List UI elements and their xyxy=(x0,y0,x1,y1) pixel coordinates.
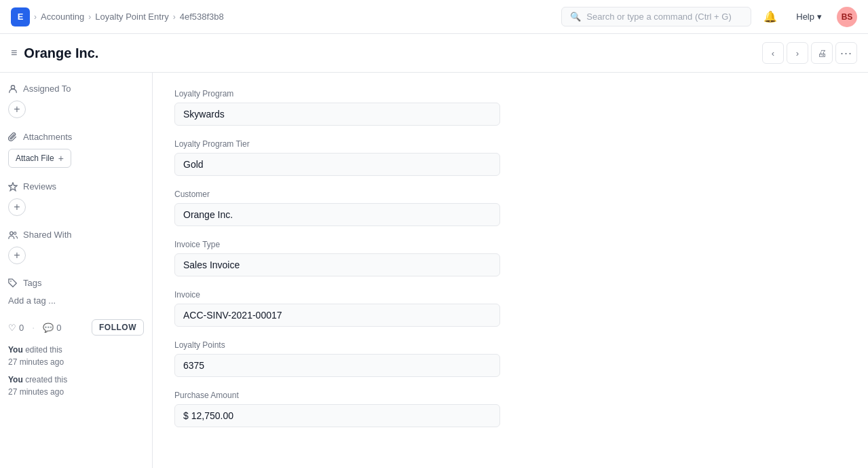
activity-time-0: 27 minutes ago xyxy=(8,357,64,367)
shared-with-header: Shared With xyxy=(8,230,144,240)
add-tag-link[interactable]: Add a tag ... xyxy=(8,295,56,306)
sidebar: Assigned To + Attachments Attach File + xyxy=(0,73,153,468)
next-record-button[interactable]: › xyxy=(787,42,808,64)
page-header-left: ≡ Orange Inc. xyxy=(11,46,98,61)
activity-action-1: created this xyxy=(25,375,67,384)
people-icon xyxy=(8,230,18,240)
sidebar-footer: ♡ 0 · 💬 0 FOLLOW You edited this 27 minu… xyxy=(8,319,144,398)
attachments-header: Attachments xyxy=(8,132,144,142)
activity-time-1: 27 minutes ago xyxy=(8,387,64,397)
loyalty-program-tier-field[interactable]: Gold xyxy=(174,153,500,176)
assigned-to-header: Assigned To xyxy=(8,84,144,94)
loyalty-program-tier-label: Loyalty Program Tier xyxy=(174,139,846,149)
tags-label: Tags xyxy=(23,278,41,288)
person-icon xyxy=(8,84,18,94)
breadcrumb-record-id: 4ef538f3b8 xyxy=(180,12,224,22)
activity-item-1: You created this 27 minutes ago xyxy=(8,374,144,398)
purchase-amount-field[interactable]: $ 12,750.00 xyxy=(174,404,500,427)
likes-row: ♡ 0 · 💬 0 FOLLOW xyxy=(8,319,144,336)
loyalty-program-field[interactable]: Skywards xyxy=(174,103,500,126)
search-bar[interactable]: 🔍 Search or type a command (Ctrl + G) xyxy=(561,7,751,26)
attach-file-button[interactable]: Attach File + xyxy=(8,149,71,168)
purchase-amount-group: Purchase Amount $ 12,750.00 xyxy=(174,391,846,427)
svg-point-4 xyxy=(10,281,12,282)
navbar: E › Accounting › Loyalty Point Entry › 4… xyxy=(0,0,868,34)
activity-you-1: You xyxy=(8,375,23,384)
reviews-section: Reviews + xyxy=(8,181,144,216)
search-icon: 🔍 xyxy=(570,12,581,22)
svg-marker-1 xyxy=(9,182,17,190)
hamburger-menu-button[interactable]: ≡ xyxy=(11,47,17,59)
add-assigned-to-button[interactable]: + xyxy=(8,101,26,118)
attach-file-plus-icon: + xyxy=(58,153,64,164)
breadcrumb-sep-1: › xyxy=(34,12,37,22)
add-review-button[interactable]: + xyxy=(8,198,26,216)
breadcrumb: E › Accounting › Loyalty Point Entry › 4… xyxy=(11,7,224,26)
customer-group: Customer Orange Inc. xyxy=(174,190,846,226)
svg-point-0 xyxy=(11,85,14,88)
navbar-right: 🔍 Search or type a command (Ctrl + G) 🔔 … xyxy=(561,6,857,28)
print-button[interactable]: 🖨 xyxy=(811,42,833,64)
help-button[interactable]: Help ▾ xyxy=(789,7,829,26)
shared-with-section: Shared With + xyxy=(8,230,144,264)
breadcrumb-sep-2: › xyxy=(88,12,91,22)
likes-count[interactable]: ♡ 0 xyxy=(8,323,24,333)
invoice-group: Invoice ACC-SINV-2021-00017 xyxy=(174,290,846,327)
svg-point-2 xyxy=(10,232,13,234)
follow-button[interactable]: FOLLOW xyxy=(92,319,144,336)
breadcrumb-sep-3: › xyxy=(173,12,176,22)
avatar[interactable]: BS xyxy=(837,7,857,27)
comments-number: 0 xyxy=(56,323,61,333)
add-shared-with-button[interactable]: + xyxy=(8,247,26,264)
customer-label: Customer xyxy=(174,190,846,199)
svg-point-3 xyxy=(14,232,16,234)
invoice-type-label: Invoice Type xyxy=(174,240,846,249)
help-chevron-icon: ▾ xyxy=(817,12,822,22)
heart-icon: ♡ xyxy=(8,323,16,333)
assigned-to-section: Assigned To + xyxy=(8,84,144,118)
tag-icon xyxy=(8,278,18,288)
attachments-section: Attachments Attach File + xyxy=(8,132,144,168)
page-header: ≡ Orange Inc. ‹ › 🖨 ··· xyxy=(0,34,868,73)
prev-record-button[interactable]: ‹ xyxy=(762,42,784,64)
breadcrumb-accounting[interactable]: Accounting xyxy=(41,12,84,22)
paperclip-icon xyxy=(8,132,18,142)
main-content: Loyalty Program Skywards Loyalty Program… xyxy=(153,73,868,468)
loyalty-program-tier-group: Loyalty Program Tier Gold xyxy=(174,139,846,176)
app-icon[interactable]: E xyxy=(11,7,30,26)
shared-with-label: Shared With xyxy=(23,230,72,240)
reviews-header: Reviews xyxy=(8,181,144,192)
dot-separator: · xyxy=(32,322,35,333)
invoice-type-field[interactable]: Sales Invoice xyxy=(174,253,500,276)
star-icon xyxy=(8,182,18,192)
attachments-label: Attachments xyxy=(23,132,72,142)
tags-header: Tags xyxy=(8,278,144,288)
help-label: Help xyxy=(796,12,814,22)
more-options-button[interactable]: ··· xyxy=(835,42,857,64)
activity-action-0: edited this xyxy=(25,345,62,355)
tags-section: Tags Add a tag ... xyxy=(8,278,144,306)
loyalty-points-label: Loyalty Points xyxy=(174,340,846,350)
likes-number: 0 xyxy=(19,323,24,333)
loyalty-points-group: Loyalty Points 6375 xyxy=(174,340,846,377)
print-icon: 🖨 xyxy=(818,48,827,58)
page-title: Orange Inc. xyxy=(24,46,98,61)
breadcrumb-loyalty-point-entry[interactable]: Loyalty Point Entry xyxy=(95,12,168,22)
main-layout: Assigned To + Attachments Attach File + xyxy=(0,73,868,468)
loyalty-program-label: Loyalty Program xyxy=(174,89,846,98)
comments-count[interactable]: 💬 0 xyxy=(43,323,61,333)
loyalty-points-field[interactable]: 6375 xyxy=(174,354,500,377)
notifications-button[interactable]: 🔔 xyxy=(759,6,781,28)
invoice-field[interactable]: ACC-SINV-2021-00017 xyxy=(174,304,500,327)
assigned-to-label: Assigned To xyxy=(23,84,71,94)
activity-you-0: You xyxy=(8,345,23,355)
search-placeholder: Search or type a command (Ctrl + G) xyxy=(586,12,732,22)
comment-icon: 💬 xyxy=(43,323,54,333)
invoice-label: Invoice xyxy=(174,290,846,300)
reviews-label: Reviews xyxy=(23,181,56,192)
customer-field[interactable]: Orange Inc. xyxy=(174,203,500,226)
attach-file-label: Attach File xyxy=(16,154,54,163)
purchase-amount-label: Purchase Amount xyxy=(174,391,846,400)
invoice-type-group: Invoice Type Sales Invoice xyxy=(174,240,846,276)
page-header-right: ‹ › 🖨 ··· xyxy=(762,42,857,64)
